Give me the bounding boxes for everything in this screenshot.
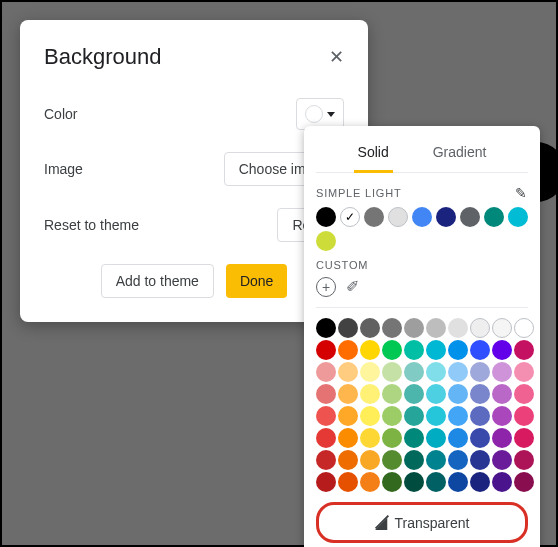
color-swatch[interactable]	[426, 472, 446, 492]
color-swatch[interactable]	[404, 428, 424, 448]
color-swatch[interactable]	[382, 450, 402, 470]
color-swatch[interactable]	[360, 450, 380, 470]
color-swatch[interactable]	[492, 362, 512, 382]
color-swatch[interactable]	[382, 362, 402, 382]
color-swatch[interactable]	[338, 384, 358, 404]
close-icon[interactable]: ✕	[329, 46, 344, 68]
color-swatch[interactable]	[492, 318, 512, 338]
theme-color-swatch[interactable]	[340, 207, 360, 227]
pencil-icon[interactable]: ✎	[515, 185, 528, 201]
color-swatch[interactable]	[448, 428, 468, 448]
color-swatch[interactable]	[492, 340, 512, 360]
done-button[interactable]: Done	[226, 264, 287, 298]
theme-color-swatch[interactable]	[484, 207, 504, 227]
color-swatch[interactable]	[382, 428, 402, 448]
color-swatch[interactable]	[360, 384, 380, 404]
color-swatch[interactable]	[316, 472, 336, 492]
color-swatch[interactable]	[448, 406, 468, 426]
color-swatch[interactable]	[448, 384, 468, 404]
color-swatch[interactable]	[316, 406, 336, 426]
color-swatch[interactable]	[360, 428, 380, 448]
color-swatch[interactable]	[448, 340, 468, 360]
color-swatch[interactable]	[338, 406, 358, 426]
theme-color-swatch[interactable]	[364, 207, 384, 227]
color-swatch[interactable]	[404, 318, 424, 338]
color-swatch[interactable]	[514, 384, 534, 404]
color-swatch[interactable]	[514, 472, 534, 492]
eyedropper-icon[interactable]: ✐	[346, 277, 359, 297]
color-swatch[interactable]	[338, 340, 358, 360]
color-swatch[interactable]	[316, 362, 336, 382]
color-swatch[interactable]	[426, 406, 446, 426]
color-swatch[interactable]	[492, 428, 512, 448]
color-swatch[interactable]	[404, 472, 424, 492]
color-swatch[interactable]	[492, 450, 512, 470]
theme-color-swatch[interactable]	[508, 207, 528, 227]
theme-color-swatch[interactable]	[436, 207, 456, 227]
color-swatch[interactable]	[448, 472, 468, 492]
color-swatch[interactable]	[338, 318, 358, 338]
color-swatch[interactable]	[338, 428, 358, 448]
color-swatch[interactable]	[316, 340, 336, 360]
color-swatch[interactable]	[470, 428, 490, 448]
color-swatch[interactable]	[426, 362, 446, 382]
color-swatch[interactable]	[492, 406, 512, 426]
color-swatch[interactable]	[382, 472, 402, 492]
theme-color-swatch[interactable]	[460, 207, 480, 227]
theme-color-swatch[interactable]	[412, 207, 432, 227]
color-swatch[interactable]	[470, 406, 490, 426]
theme-color-swatch[interactable]	[316, 207, 336, 227]
color-swatch[interactable]	[514, 340, 534, 360]
color-swatch[interactable]	[316, 318, 336, 338]
color-swatch[interactable]	[360, 318, 380, 338]
color-swatch[interactable]	[404, 384, 424, 404]
color-swatch[interactable]	[316, 428, 336, 448]
color-swatch[interactable]	[316, 450, 336, 470]
color-swatch[interactable]	[514, 362, 534, 382]
color-swatch[interactable]	[448, 362, 468, 382]
color-swatch[interactable]	[360, 472, 380, 492]
color-swatch[interactable]	[470, 340, 490, 360]
color-swatch[interactable]	[514, 318, 534, 338]
color-swatch[interactable]	[492, 472, 512, 492]
color-swatch[interactable]	[404, 450, 424, 470]
tab-solid[interactable]: Solid	[354, 138, 393, 173]
color-swatch[interactable]	[426, 450, 446, 470]
section-simple-light: SIMPLE LIGHT	[316, 187, 401, 199]
color-swatch[interactable]	[426, 318, 446, 338]
color-swatch[interactable]	[470, 384, 490, 404]
color-swatch[interactable]	[382, 406, 402, 426]
theme-color-swatch[interactable]	[388, 207, 408, 227]
color-swatch[interactable]	[426, 428, 446, 448]
color-swatch[interactable]	[360, 406, 380, 426]
color-swatch[interactable]	[338, 450, 358, 470]
color-swatch[interactable]	[426, 384, 446, 404]
add-to-theme-button[interactable]: Add to theme	[101, 264, 214, 298]
color-swatch[interactable]	[470, 318, 490, 338]
color-swatch[interactable]	[404, 362, 424, 382]
color-swatch[interactable]	[514, 450, 534, 470]
color-swatch[interactable]	[382, 384, 402, 404]
color-swatch[interactable]	[514, 406, 534, 426]
color-swatch[interactable]	[514, 428, 534, 448]
transparent-button[interactable]: ◢ Transparent	[316, 502, 528, 543]
color-swatch[interactable]	[316, 384, 336, 404]
color-swatch[interactable]	[382, 318, 402, 338]
color-swatch[interactable]	[338, 362, 358, 382]
color-swatch[interactable]	[338, 472, 358, 492]
add-custom-color-icon[interactable]: +	[316, 277, 336, 297]
color-swatch[interactable]	[426, 340, 446, 360]
color-swatch[interactable]	[448, 450, 468, 470]
color-swatch[interactable]	[404, 340, 424, 360]
theme-color-swatch[interactable]	[316, 231, 336, 251]
color-swatch[interactable]	[404, 406, 424, 426]
color-swatch[interactable]	[360, 340, 380, 360]
color-swatch[interactable]	[448, 318, 468, 338]
color-swatch[interactable]	[470, 450, 490, 470]
color-swatch[interactable]	[470, 472, 490, 492]
color-swatch[interactable]	[470, 362, 490, 382]
tab-gradient[interactable]: Gradient	[429, 138, 491, 172]
color-swatch[interactable]	[492, 384, 512, 404]
color-swatch[interactable]	[382, 340, 402, 360]
color-swatch[interactable]	[360, 362, 380, 382]
